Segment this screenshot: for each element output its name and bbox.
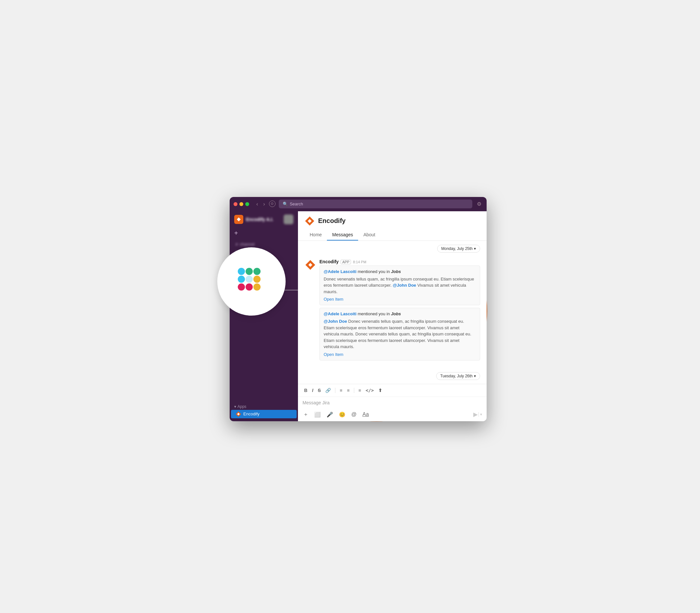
apps-label: Apps (238, 404, 246, 409)
open-item-link-1[interactable]: Open Item (324, 297, 476, 302)
notification-title-2: @Adele Lascoiti mentioned you in Jobs (324, 311, 476, 316)
sidebar-header: Encodify A.I. (230, 211, 298, 227)
date-badge-monday[interactable]: Monday, July 25th ▾ (437, 245, 481, 252)
search-bar[interactable]: 🔍 Search (279, 199, 472, 208)
notification-item-1: @Adele Lascoiti mentioned you in Jobs Do… (319, 265, 480, 305)
main-content: Encodify Home Messages About Monday, Jul… (298, 211, 487, 421)
filter-button[interactable]: ⚙ (475, 199, 483, 208)
attach-button[interactable]: ＋ (303, 410, 309, 419)
sidebar-item-encodify[interactable]: Encodify (231, 410, 297, 418)
input-toolbar: B I S 🔗 ≡ ≡ ≡ </> ⬆ (298, 384, 487, 397)
date-badge-tuesday[interactable]: Tuesday, July 26th ▾ (436, 372, 480, 380)
message-sender: Encodify (319, 259, 339, 264)
app-header: Encodify Home Messages About (298, 211, 487, 241)
job-link-1[interactable]: Jobs (391, 269, 401, 274)
format-button[interactable]: Aa (362, 411, 370, 418)
apps-section-label: ▾ Apps (230, 402, 298, 409)
message-placeholder: Message Jira (303, 400, 330, 405)
emoji-button[interactable]: 😊 (338, 411, 346, 418)
italic-button[interactable]: I (310, 387, 315, 394)
mention-adele-1[interactable]: @Adele Lascoiti (324, 269, 357, 274)
mentioned-text-2: mentioned you in (357, 311, 391, 316)
notification-title-1: @Adele Lascoiti mentioned you in Jobs (324, 269, 476, 274)
chevron-down-icon: ▾ (234, 404, 236, 409)
open-item-link-2[interactable]: Open Item (324, 352, 476, 357)
nav-buttons: ‹ › ⊙ (255, 200, 276, 208)
app-body: Encodify A.I. + # channel # yell (230, 211, 487, 421)
svg-rect-7 (253, 276, 260, 283)
message-input-row[interactable]: Message Jira (298, 397, 487, 408)
audio-button[interactable]: 🎤 (326, 411, 334, 418)
back-button[interactable]: ‹ (255, 200, 259, 208)
encodify-header-icon (304, 216, 315, 226)
minimize-button[interactable] (239, 202, 243, 206)
mention-johndoe-2[interactable]: @John Doe (324, 319, 347, 324)
upload-button[interactable]: ⬆ (377, 387, 384, 394)
svg-rect-1 (238, 276, 245, 283)
app-tabs: Home Messages About (304, 230, 480, 240)
workspace-name: Encodify A.I. (246, 217, 273, 222)
message-header: Encodify APP 8:14 PM (319, 259, 480, 264)
code-button[interactable]: </> (364, 387, 376, 394)
slack-logo-icon (232, 262, 271, 301)
tab-messages[interactable]: Messages (327, 230, 358, 240)
message-group-monday: Encodify APP 8:14 PM @Adele Lascoiti men… (298, 257, 487, 368)
svg-rect-8 (245, 276, 253, 283)
close-button[interactable] (233, 202, 238, 206)
svg-rect-0 (238, 268, 245, 275)
channel-icon: # (236, 242, 238, 247)
encodify-message-icon (304, 259, 316, 271)
toolbar-separator-1 (335, 388, 335, 393)
bold-button[interactable]: B (303, 387, 309, 394)
sidebar-apps-section: ▾ Apps Encodify (230, 400, 298, 421)
tab-home[interactable]: Home (304, 230, 327, 240)
svg-rect-5 (245, 284, 253, 290)
ordered-list-button[interactable]: ≡ (338, 387, 344, 394)
user-avatar[interactable] (284, 214, 293, 224)
slack-logo-circle (217, 247, 285, 316)
messages-area[interactable]: Monday, July 25th ▾ (298, 241, 487, 384)
title-bar: ‹ › ⊙ 🔍 Search ⚙ (230, 197, 487, 211)
date-separator-monday: Monday, July 25th ▾ (298, 241, 487, 257)
search-placeholder: Search (290, 201, 303, 206)
chevron-down-icon-tuesday: ▾ (474, 374, 476, 378)
add-channel-button[interactable]: + (230, 227, 298, 239)
input-actions: ＋ ⬜ 🎤 😊 @ Aa ▶ ▾ (298, 408, 487, 421)
workspace-icon (234, 215, 243, 224)
message-input-area: B I S 🔗 ≡ ≡ ≡ </> ⬆ Message Jira (298, 384, 487, 421)
message-time: 8:14 PM (353, 260, 366, 264)
mention-button[interactable]: @ (351, 411, 357, 418)
plus-icon: + (234, 230, 238, 237)
mention-adele-2[interactable]: @Adele Lascoiti (324, 311, 357, 316)
workspace-icon-svg (236, 217, 241, 222)
send-options-button[interactable]: ▾ (479, 412, 482, 417)
mentioned-text-1: mentioned you in (357, 269, 391, 274)
strikethrough-button[interactable]: S (316, 387, 322, 394)
maximize-button[interactable] (245, 202, 249, 206)
date-separator-tuesday: Tuesday, July 26th ▾ (298, 368, 487, 384)
message-content-monday: Encodify APP 8:14 PM @Adele Lascoiti men… (319, 259, 480, 363)
message-avatar (304, 259, 316, 271)
link-button[interactable]: 🔗 (324, 387, 332, 394)
tab-about[interactable]: About (358, 230, 381, 240)
encodify-sidebar-icon (236, 411, 241, 417)
mention-johndoe-1[interactable]: @John Doe (393, 283, 416, 288)
app-title-row: Encodify (304, 216, 480, 226)
notification-body-1: Donec venenatis tellus quam, ac fringill… (324, 276, 476, 295)
send-button-group: ▶ ▾ (473, 411, 482, 418)
encodify-sidebar-diamond-icon (236, 411, 241, 417)
chevron-down-icon: ▾ (474, 246, 476, 251)
svg-marker-9 (237, 218, 241, 221)
svg-rect-6 (253, 284, 260, 290)
app-title: Encodify (318, 217, 345, 225)
forward-button[interactable]: › (262, 200, 266, 208)
indent-button[interactable]: ≡ (357, 387, 363, 394)
channel-label: channel (240, 242, 255, 247)
job-link-2[interactable]: Jobs (391, 311, 401, 316)
unordered-list-button[interactable]: ≡ (345, 387, 351, 394)
sidebar-item-channel1[interactable]: # channel (231, 240, 297, 248)
send-button[interactable]: ▶ (473, 411, 478, 418)
date-label-tuesday: Tuesday, July 26th (441, 374, 473, 378)
history-button[interactable]: ⊙ (269, 200, 276, 207)
video-button[interactable]: ⬜ (314, 411, 321, 418)
